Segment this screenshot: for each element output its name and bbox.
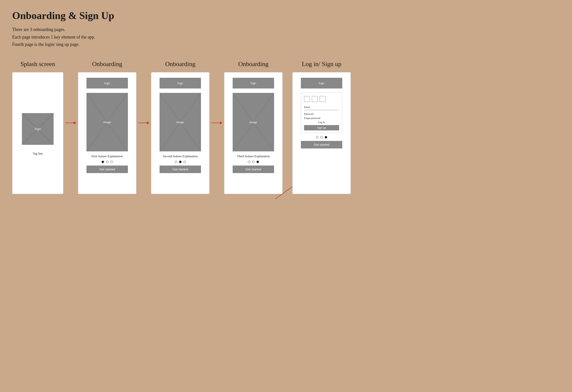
onboarding1-get-started[interactable]: Get started — [86, 165, 128, 173]
onboarding2-image: image — [159, 93, 201, 151]
onboarding2-label: Onboarding — [165, 61, 195, 68]
arrow-line-1 — [65, 123, 74, 123]
onboarding1-logo: logo — [86, 78, 128, 88]
arrow-head-1 — [74, 121, 76, 124]
signup-button[interactable]: Sign up — [304, 125, 339, 131]
login-dots — [316, 136, 327, 138]
arrow-3 — [209, 61, 224, 124]
tag-line: Tag line — [33, 152, 43, 156]
onboarding3-col: Onboarding logo image Third feature Expl… — [224, 61, 283, 194]
dot-2-3 — [183, 161, 186, 163]
dot-1-3 — [110, 161, 113, 163]
arrow-2 — [136, 61, 151, 124]
onboarding1-image-label: image — [103, 120, 111, 124]
arrow-1 — [63, 61, 78, 124]
onboarding2-get-started[interactable]: Get started — [159, 165, 201, 173]
arrow-line-3 — [211, 123, 220, 123]
splash-phone-frame: logo Tag line — [12, 72, 63, 194]
onboarding3-image: image — [233, 93, 274, 151]
arrow-right-1 — [65, 121, 76, 124]
login-in-text[interactable]: Log In — [304, 121, 339, 124]
login-col: Log in/ Sign up logo Email Password Forg… — [292, 61, 351, 194]
arrow-right-3 — [211, 121, 222, 124]
dot-1-2 — [106, 161, 108, 163]
onboarding1-frame: logo image First feature Explanation Get… — [78, 72, 136, 194]
arrow-right-2 — [138, 121, 149, 124]
dot-3-3 — [256, 161, 259, 163]
dot-3-2 — [252, 161, 254, 163]
dot-3-1 — [248, 161, 250, 163]
arrow-head-2 — [147, 121, 149, 124]
onboarding1-image: image — [86, 93, 128, 151]
onboarding3-dots — [248, 161, 259, 163]
dot-l-2 — [320, 136, 323, 138]
splash-logo-text: logo — [35, 127, 41, 131]
login-logo-text: logo — [319, 81, 324, 85]
screens-row: Splash screen logo Tag line Onboarding — [12, 61, 560, 194]
onboarding1-logo-text: logo — [104, 81, 110, 85]
onboarding2-feature-text: Second feature Explanation — [163, 154, 198, 158]
onboarding2-logo-text: logo — [177, 81, 183, 85]
onboarding3-label: Onboarding — [238, 61, 269, 68]
desc-line-3: Fourth page is the login/ sing up page. — [12, 42, 79, 47]
onboarding3-image-label: image — [250, 120, 257, 124]
page-title: Onboarding & Sign Up — [12, 10, 560, 21]
desc-line-1: There are 3 onboarding pages. — [12, 27, 65, 32]
splash-content: logo Tag line — [22, 113, 54, 156]
splash-label: Splash screen — [20, 61, 55, 68]
onboarding2-frame: logo image Second feature Explanation Ge… — [151, 72, 209, 194]
social-icon-1[interactable] — [304, 96, 310, 102]
onboarding2-logo: logo — [159, 78, 201, 88]
social-icons-row — [304, 96, 339, 102]
login-card: Email Password Forgot password Log In Si… — [301, 92, 342, 133]
email-label: Email — [304, 106, 339, 109]
onboarding3-logo-text: logo — [250, 81, 256, 85]
onboarding1-col: Onboarding logo image First feature Expl… — [78, 61, 136, 194]
splash-logo-image: logo — [22, 113, 54, 145]
onboarding1-label: Onboarding — [92, 61, 122, 68]
onboarding2-col: Onboarding logo image Second feature Exp… — [151, 61, 209, 194]
social-icon-3[interactable] — [320, 96, 325, 102]
dot-1-1 — [102, 161, 104, 163]
onboarding2-dots — [175, 161, 186, 163]
onboarding1-dots — [102, 161, 113, 163]
arrow-head-3 — [220, 121, 222, 124]
login-frame: logo Email Password Forgot password Log … — [292, 72, 351, 194]
onboarding3-feature-text: Third feature Explanation — [237, 154, 270, 158]
onboarding1-feature-text: First feature Explanation — [91, 154, 123, 158]
login-label: Log in/ Sign up — [302, 61, 342, 68]
dot-l-1 — [316, 136, 318, 138]
splash-screen-col: Splash screen logo Tag line — [12, 61, 63, 194]
dot-2-2 — [179, 161, 181, 163]
password-label: Password — [304, 113, 339, 115]
desc-line-2: Each page introduces 1 key element of th… — [12, 35, 95, 39]
onboarding3-frame: logo image Third feature Explanation Get… — [224, 72, 283, 194]
dot-l-3 — [325, 136, 327, 138]
onboarding3-get-started[interactable]: Get started — [233, 165, 274, 173]
login-logo: logo — [301, 78, 342, 88]
social-icon-2[interactable] — [312, 96, 318, 102]
forgot-password-link[interactable]: Forgot password — [304, 117, 339, 119]
email-field-line — [304, 110, 339, 110]
dot-2-1 — [175, 161, 177, 163]
arrow-line-2 — [138, 123, 147, 123]
onboarding3-logo: logo — [233, 78, 274, 88]
onboarding2-image-label: image — [176, 120, 184, 124]
login-get-started[interactable]: Get started — [301, 141, 342, 148]
page-description: There are 3 onboarding pages. Each page … — [12, 26, 560, 48]
